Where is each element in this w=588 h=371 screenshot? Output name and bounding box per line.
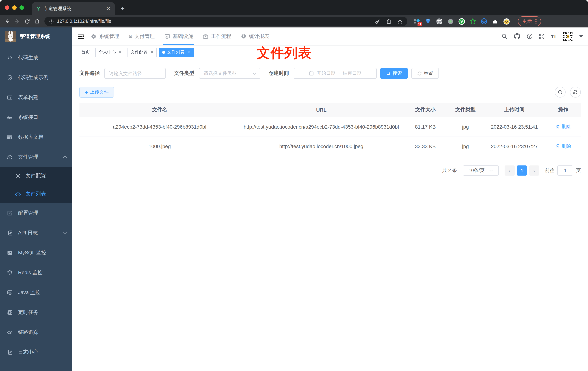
new-tab-button[interactable]: + xyxy=(121,5,125,12)
tab-close-icon[interactable]: ✕ xyxy=(105,6,112,11)
browser-menu-icon[interactable] xyxy=(535,19,537,24)
header-upload-time: 上传时间 xyxy=(483,103,546,117)
reload-icon[interactable] xyxy=(25,19,30,24)
caret-down-icon[interactable] xyxy=(579,35,583,37)
search-circle-icon[interactable] xyxy=(555,87,566,97)
sidebar-item-api-log[interactable]: API 日志 xyxy=(0,223,72,243)
file-path-input[interactable] xyxy=(104,68,166,79)
window-controls[interactable] xyxy=(5,5,24,10)
file-type-placeholder: 请选择文件类型 xyxy=(204,70,237,77)
command-extension-icon[interactable] xyxy=(436,18,443,25)
dashboard-icon xyxy=(241,34,246,39)
v-extension-icon[interactable] xyxy=(458,18,465,25)
sidebar-item-label: 链路追踪 xyxy=(18,329,38,335)
star-extension-icon[interactable] xyxy=(469,18,476,25)
record-extension-icon[interactable] xyxy=(447,18,454,25)
sidebar-item-file-config[interactable]: 文件配置 xyxy=(0,167,72,185)
sidebar-item-label: 系统接口 xyxy=(18,114,38,120)
close-window-button[interactable] xyxy=(5,5,9,10)
pinned-extension-icon[interactable]: 11 xyxy=(413,18,420,25)
sidebar-item-form-builder[interactable]: 表单构建 xyxy=(0,87,72,107)
search-icon xyxy=(386,71,391,76)
sidebar-submenu-file: 文件配置 文件列表 xyxy=(0,167,72,203)
sidebar-item-log-center[interactable]: 日志中心 xyxy=(0,342,72,362)
home-icon[interactable] xyxy=(34,18,40,24)
sidebar-item-scheduled-tasks[interactable]: 定时任务 xyxy=(0,302,72,322)
sidebar-item-tracing[interactable]: 链路追踪 xyxy=(0,322,72,342)
fullscreen-icon[interactable] xyxy=(539,33,545,39)
plus-icon: + xyxy=(85,89,88,95)
page-unit-label: 页 xyxy=(576,167,581,174)
refresh-circle-icon[interactable] xyxy=(570,87,581,97)
search-icon[interactable] xyxy=(502,33,508,39)
main-content: 文件路径 文件类型 请选择文件类型 创建时间 开始日期 - 结束日期 搜索 xyxy=(72,59,588,371)
tag-profile[interactable]: 个人中心 ✕ xyxy=(95,47,125,57)
tag-file-list[interactable]: 文件列表 ✕ xyxy=(159,47,193,57)
help-icon[interactable] xyxy=(527,33,533,39)
date-range-picker[interactable]: 开始日期 - 结束日期 xyxy=(294,68,377,79)
sidebar-item-code-gen[interactable]: 代码生成 xyxy=(0,48,72,68)
back-icon[interactable] xyxy=(4,18,10,24)
topnav-item-system[interactable]: 系统管理 xyxy=(91,27,119,45)
topnav-item-payment[interactable]: ¥ 支付管理 xyxy=(129,27,155,45)
page-size-select[interactable]: 10条/页 xyxy=(463,165,499,176)
header-file-type: 文件类型 xyxy=(448,103,483,117)
tag-close-icon[interactable]: ✕ xyxy=(118,50,122,54)
file-type-select[interactable]: 请选择文件类型 xyxy=(199,68,260,79)
sidebar-item-config-management[interactable]: 配置管理 xyxy=(0,203,72,223)
topnav-label: 系统管理 xyxy=(99,33,119,40)
goto-page-input[interactable] xyxy=(557,165,573,176)
eye-extension-icon[interactable] xyxy=(480,18,488,25)
upload-file-button[interactable]: + 上传文件 xyxy=(79,87,114,97)
share-icon[interactable] xyxy=(386,19,391,24)
sidebar-item-system-api[interactable]: 系统接口 xyxy=(0,107,72,127)
forward-icon[interactable] xyxy=(14,18,20,24)
prev-page-button[interactable]: ‹ xyxy=(504,165,515,176)
tag-close-icon[interactable]: ✕ xyxy=(150,50,154,54)
delete-button[interactable]: 删除 xyxy=(556,124,571,130)
star-icon[interactable] xyxy=(397,19,403,24)
tag-close-icon[interactable]: ✕ xyxy=(187,50,190,54)
topnav-item-infrastructure[interactable]: 基础设施 xyxy=(165,27,193,45)
sidebar-item-java-monitor[interactable]: Java 监控 xyxy=(0,283,72,302)
page-number-1[interactable]: 1 xyxy=(517,165,527,176)
sidebar-item-file-management[interactable]: 文件管理 xyxy=(0,147,72,167)
sidebar-item-mysql-monitor[interactable]: MySQL 监控 xyxy=(0,243,72,263)
browser-update-button[interactable]: 更新 xyxy=(518,16,541,26)
tags-view-bar: 首页 个人中心 ✕ 文件配置 ✕ 文件列表 ✕ xyxy=(72,45,588,59)
hamburger-icon[interactable] xyxy=(72,33,90,39)
qr-avatar[interactable] xyxy=(562,31,573,42)
topnav-label: 支付管理 xyxy=(135,33,155,40)
key-icon[interactable] xyxy=(375,19,380,24)
goto-page: 前往 页 xyxy=(545,165,581,176)
tag-home[interactable]: 首页 xyxy=(78,47,93,57)
zoom-window-button[interactable] xyxy=(20,5,24,10)
file-path-field[interactable] xyxy=(109,71,161,76)
github-icon[interactable] xyxy=(514,33,521,40)
topnav-label: 统计报表 xyxy=(249,33,269,40)
gem-extension-icon[interactable] xyxy=(424,18,432,25)
delete-button[interactable]: 删除 xyxy=(556,143,571,149)
sidebar-item-label: Redis 监控 xyxy=(18,269,42,276)
app-logo xyxy=(5,31,16,42)
browser-tab[interactable]: 芋道管理系统 ✕ xyxy=(32,2,115,15)
emoji-extension-icon[interactable] xyxy=(503,18,510,25)
search-button[interactable]: 搜索 xyxy=(380,68,408,79)
minimize-window-button[interactable] xyxy=(12,5,17,10)
sidebar-item-db-doc[interactable]: 数据库文档 xyxy=(0,127,72,147)
cell-file-size: 33.33 KB xyxy=(403,137,448,156)
font-size-icon[interactable]: ᴛT xyxy=(551,33,556,39)
sidebar-item-code-demo[interactable]: 代码生成示例 xyxy=(0,68,72,87)
topnav-item-reports[interactable]: 统计报表 xyxy=(241,27,269,45)
sidebar-item-file-list[interactable]: 文件列表 xyxy=(0,185,72,203)
address-bar[interactable]: 127.0.0.1:1024/infra/file/file xyxy=(44,17,407,26)
topnav-item-workflow[interactable]: 工作流程 xyxy=(203,27,231,45)
sidebar-item-redis-monitor[interactable]: Redis 监控 xyxy=(0,263,72,283)
gear-icon xyxy=(15,173,21,179)
next-page-button[interactable]: › xyxy=(529,165,539,176)
info-icon[interactable] xyxy=(49,19,54,24)
tag-file-config[interactable]: 文件配置 ✕ xyxy=(127,47,157,57)
reset-button[interactable]: 重置 xyxy=(411,68,439,79)
header-file-name: 文件名 xyxy=(79,103,240,117)
puzzle-extension-icon[interactable] xyxy=(492,18,499,25)
